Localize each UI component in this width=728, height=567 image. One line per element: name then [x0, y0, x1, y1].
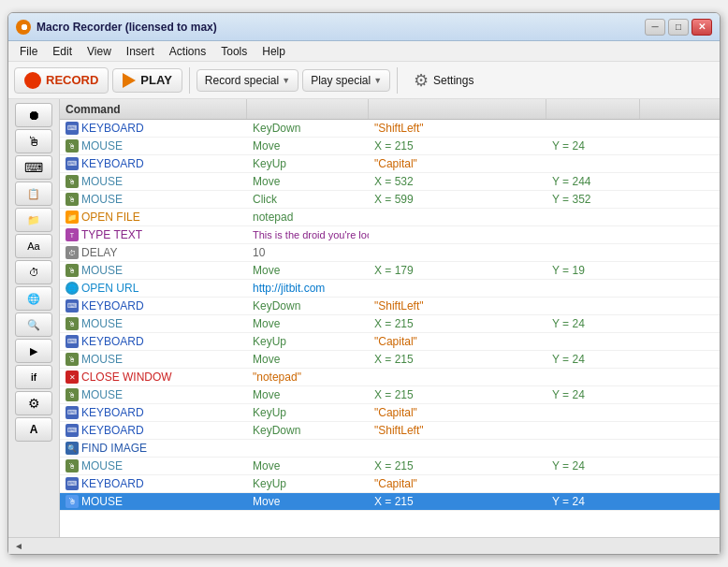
row-param1: X = 215: [369, 386, 546, 403]
row-param2: Y = 24: [546, 351, 640, 368]
row-param1: [369, 209, 546, 225]
table-row[interactable]: ⌨KEYBOARD KeyUp "Capital": [60, 404, 720, 422]
sidebar-btn-play[interactable]: ▶: [15, 339, 52, 363]
menu-view[interactable]: View: [80, 43, 119, 60]
sidebar-btn-image[interactable]: 🔍: [15, 313, 52, 337]
menu-edit[interactable]: Edit: [45, 43, 80, 60]
sidebar-btn-text[interactable]: A: [15, 417, 52, 442]
record-special-button[interactable]: Record special ▼: [197, 69, 298, 92]
sidebar-btn-openfile[interactable]: 📁: [15, 208, 52, 232]
sidebar-btn-record[interactable]: ⏺: [15, 103, 52, 127]
table-row[interactable]: 🌐OPEN URL http://jitbit.com: [60, 280, 720, 298]
row-param3: [640, 280, 720, 297]
table-row[interactable]: 🖱MOUSE Move X = 215 Y = 24: [60, 458, 720, 475]
sidebar-btn-keyboard[interactable]: ⌨: [15, 155, 52, 180]
record-button[interactable]: RECORD: [14, 67, 109, 94]
sidebar-btn-settings2[interactable]: ⚙: [15, 391, 52, 415]
play-button[interactable]: PLAY: [112, 68, 182, 93]
left-sidebar: ⏺ 🖱 ⌨ 📋 📁 Aa ⏱ 🌐 🔍 ▶ if ⚙ A: [8, 99, 60, 537]
row-type: ⌨KEYBOARD: [60, 475, 247, 492]
settings-button[interactable]: ⚙ Settings: [404, 66, 483, 94]
record-label: RECORD: [46, 73, 98, 87]
table-row[interactable]: 📁OPEN FILE notepad: [60, 209, 720, 226]
menu-file[interactable]: File: [12, 43, 45, 60]
table-row-selected[interactable]: 🖱MOUSE Move X = 215 Y = 24: [60, 493, 720, 511]
keyboard-icon: ⌨: [66, 157, 79, 170]
row-type: ✕CLOSE WINDOW: [60, 369, 247, 385]
row-param3: [640, 209, 720, 225]
menu-actions[interactable]: Actions: [162, 43, 213, 60]
row-param2: [546, 244, 640, 261]
row-param3: [640, 173, 720, 190]
bottom-bar: ◄: [8, 537, 720, 554]
gear-icon: ⚙: [414, 70, 429, 91]
row-action: Move: [247, 138, 369, 154]
mouse-icon: 🖱: [66, 139, 79, 153]
row-param1: [369, 369, 546, 385]
table-row[interactable]: 🖱MOUSE Move X = 532 Y = 244: [60, 173, 720, 191]
table-row[interactable]: ⌨KEYBOARD KeyUp "Capital": [60, 155, 720, 173]
mouse-icon: 🖱: [66, 175, 79, 188]
table-row[interactable]: TTYPE TEXT This is the droid you're look…: [60, 226, 720, 244]
row-action: Move: [247, 315, 369, 332]
table-row[interactable]: ⌨KEYBOARD KeyDown "ShiftLeft": [60, 120, 720, 138]
menu-tools[interactable]: Tools: [213, 43, 255, 60]
row-param3: [640, 298, 720, 314]
app-icon: ⏺: [16, 20, 31, 35]
sidebar-btn-typetext[interactable]: Aa: [15, 234, 52, 258]
keyboard-icon: ⌨: [66, 406, 79, 419]
row-param2: [546, 280, 640, 297]
table-row[interactable]: ⌨KEYBOARD KeyUp "Capital": [60, 475, 720, 493]
row-param3: [640, 244, 720, 261]
row-type: 🖱MOUSE: [60, 315, 247, 332]
menu-help[interactable]: Help: [255, 43, 293, 60]
table-body: ⌨KEYBOARD KeyDown "ShiftLeft" 🖱MOUSE Mov…: [60, 120, 720, 537]
row-type: ⌨KEYBOARD: [60, 333, 247, 350]
table-row[interactable]: 🖱MOUSE Move X = 179 Y = 19: [60, 262, 720, 280]
sidebar-btn-mouse[interactable]: 🖱: [15, 129, 52, 153]
row-param2: [546, 369, 640, 385]
play-icon: [123, 73, 136, 88]
sidebar-btn-delay[interactable]: ⏱: [15, 260, 52, 284]
table-row[interactable]: ⌨KEYBOARD KeyDown "ShiftLeft": [60, 298, 720, 315]
table-row[interactable]: ⌨KEYBOARD KeyDown "ShiftLeft": [60, 422, 720, 440]
row-param1: "Capital": [369, 333, 546, 350]
row-param1: "Capital": [369, 404, 546, 421]
table-row[interactable]: ⏱DELAY 10: [60, 244, 720, 262]
mouse-icon: 🖱: [66, 388, 79, 401]
row-type: ⌨KEYBOARD: [60, 422, 247, 439]
delay-icon: ⏱: [66, 246, 79, 259]
table-row[interactable]: 🖱MOUSE Move X = 215 Y = 24: [60, 138, 720, 155]
row-type: ⏱DELAY: [60, 244, 247, 261]
sidebar-btn-file[interactable]: 📋: [15, 182, 52, 206]
play-special-button[interactable]: Play special ▼: [302, 69, 390, 92]
table-row[interactable]: 🖱MOUSE Click X = 599 Y = 352: [60, 191, 720, 209]
table-row[interactable]: 🖱MOUSE Move X = 215 Y = 24: [60, 351, 720, 369]
row-action: KeyDown: [247, 120, 369, 137]
row-param3: [640, 333, 720, 350]
table-row[interactable]: 🖱MOUSE Move X = 215 Y = 24: [60, 386, 720, 404]
row-param1: [369, 226, 546, 243]
row-param2: [546, 120, 640, 137]
minimize-button[interactable]: ─: [645, 19, 665, 36]
table-row[interactable]: ✕CLOSE WINDOW "notepad": [60, 369, 720, 386]
table-row[interactable]: 🖱MOUSE Move X = 215 Y = 24: [60, 315, 720, 333]
col-param3: [640, 99, 720, 119]
table-row[interactable]: ⌨KEYBOARD KeyUp "Capital": [60, 333, 720, 351]
sidebar-btn-if[interactable]: if: [15, 365, 52, 389]
menu-insert[interactable]: Insert: [119, 43, 162, 60]
table-row[interactable]: 🔍FIND IMAGE: [60, 440, 720, 458]
close-button[interactable]: ✕: [692, 19, 712, 36]
row-action: Click: [247, 191, 369, 208]
row-action: Move: [247, 351, 369, 368]
scroll-left-button[interactable]: ◄: [14, 541, 23, 551]
row-type: ⌨KEYBOARD: [60, 404, 247, 421]
keyboard-icon: ⌨: [66, 477, 79, 490]
row-action: KeyUp: [247, 475, 369, 492]
sidebar-btn-url[interactable]: 🌐: [15, 286, 52, 311]
row-action: notepad: [247, 209, 369, 225]
row-action: 10: [247, 244, 369, 261]
menu-bar: File Edit View Insert Actions Tools Help: [8, 41, 720, 62]
toolbar-separator-1: [189, 67, 190, 94]
maximize-button[interactable]: □: [668, 19, 689, 36]
